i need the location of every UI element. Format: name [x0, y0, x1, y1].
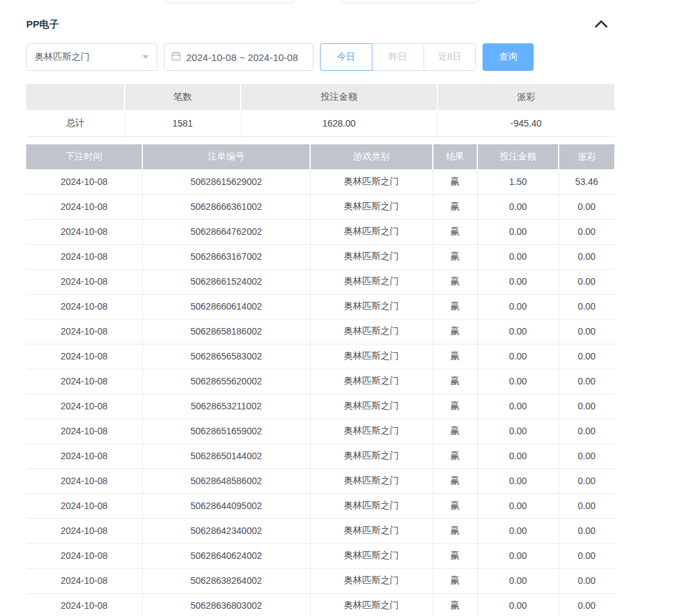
cell-game-category: 奥林匹斯之门	[310, 394, 433, 419]
cell-game-category: 奥林匹斯之门	[310, 593, 433, 616]
cell-bet-number: 50628644095002	[142, 493, 310, 518]
cell-result: 赢	[433, 319, 477, 344]
detail-header-row: 下注时间 注单编号 游戏类别 结果 投注金额 派彩	[26, 144, 614, 169]
cell-bet-number: 50628636803002	[142, 593, 310, 616]
cell-game-category: 奥林匹斯之门	[310, 294, 433, 319]
cell-result: 赢	[433, 493, 477, 518]
cell-game-category: 奥林匹斯之门	[310, 269, 433, 294]
cell-payout: 53.46	[559, 169, 614, 194]
cell-bet-number: 50628660614002	[142, 294, 310, 319]
table-row: 2024-10-0850628661524002奥林匹斯之门赢0.000.00	[26, 269, 614, 294]
cell-bet-time: 2024-10-08	[26, 244, 142, 269]
cell-bet-number: 50628661524002	[142, 269, 310, 294]
cell-result: 赢	[433, 543, 477, 568]
summary-header-count: 笔数	[125, 84, 241, 110]
game-select[interactable]: 奥林匹斯之门	[26, 43, 157, 71]
summary-total-count: 1581	[125, 110, 241, 136]
quick-range-button-近8日[interactable]: 近8日	[424, 43, 476, 71]
section-title: PP电子	[26, 18, 59, 31]
cell-result: 赢	[433, 394, 477, 419]
cell-game-category: 奥林匹斯之门	[310, 244, 433, 269]
cell-payout: 0.00	[559, 269, 614, 294]
cell-payout: 0.00	[559, 518, 614, 543]
cell-bet-amount: 0.00	[477, 269, 559, 294]
cell-bet-time: 2024-10-08	[26, 319, 142, 344]
header-bet-number: 注单编号	[142, 144, 310, 169]
cell-bet-amount: 0.00	[477, 593, 559, 616]
cell-bet-amount: 1.50	[477, 169, 559, 194]
cell-result: 赢	[433, 219, 477, 244]
cell-game-category: 奥林匹斯之门	[310, 344, 433, 369]
header-bet-time: 下注时间	[26, 144, 142, 169]
cell-game-category: 奥林匹斯之门	[310, 169, 433, 194]
cell-game-category: 奥林匹斯之门	[310, 219, 433, 244]
table-row: 2024-10-0850628656583002奥林匹斯之门赢0.000.00	[26, 344, 614, 369]
cell-payout: 0.00	[559, 568, 614, 593]
cell-bet-time: 2024-10-08	[26, 394, 142, 419]
table-row: 2024-10-0850628638264002奥林匹斯之门赢0.000.00	[26, 568, 614, 593]
cell-payout: 0.00	[559, 244, 614, 269]
cell-result: 赢	[433, 518, 477, 543]
cell-bet-amount: 0.00	[477, 543, 559, 568]
summary-header-bet-amount: 投注金额	[241, 84, 437, 110]
cell-payout: 0.00	[559, 219, 614, 244]
cell-payout: 0.00	[559, 543, 614, 568]
table-row: 2024-10-0850628666361002奥林匹斯之门赢0.000.00	[26, 194, 614, 219]
quick-range-button-昨日[interactable]: 昨日	[372, 43, 424, 71]
cell-payout: 0.00	[559, 419, 614, 443]
quick-range-button-今日[interactable]: 今日	[320, 43, 372, 71]
query-button[interactable]: 查询	[483, 43, 534, 71]
cell-payout: 0.00	[559, 344, 614, 369]
cell-bet-amount: 0.00	[477, 568, 559, 593]
cutoff-input-top-left[interactable]	[165, 0, 294, 3]
cell-bet-number: 50628656583002	[142, 344, 310, 369]
header-payout: 派彩	[559, 144, 614, 169]
cell-bet-time: 2024-10-08	[26, 294, 142, 319]
cutoff-input-top-right[interactable]	[341, 0, 479, 3]
cell-result: 赢	[433, 568, 477, 593]
cell-bet-amount: 0.00	[477, 394, 559, 419]
table-row: 2024-10-0850628651659002奥林匹斯之门赢0.000.00	[26, 419, 614, 443]
cell-result: 赢	[433, 169, 477, 194]
cell-bet-amount: 0.00	[477, 244, 559, 269]
header-result: 结果	[433, 144, 477, 169]
collapse-section-button[interactable]	[591, 17, 612, 31]
table-row: 2024-10-0850628664762002奥林匹斯之门赢0.000.00	[26, 219, 614, 244]
cell-bet-amount: 0.00	[477, 369, 559, 394]
cell-result: 赢	[433, 419, 477, 443]
cell-bet-number: 50628650144002	[142, 443, 310, 468]
header-game-category: 游戏类别	[310, 144, 433, 169]
cell-bet-number: 50628640624002	[142, 543, 310, 568]
cell-bet-amount: 0.00	[477, 219, 559, 244]
cell-result: 赢	[433, 443, 477, 468]
cell-bet-amount: 0.00	[477, 319, 559, 344]
cell-bet-number: 50628655620002	[142, 369, 310, 394]
cell-bet-time: 2024-10-08	[26, 518, 142, 543]
cell-bet-time: 2024-10-08	[26, 219, 142, 244]
cell-bet-time: 2024-10-08	[26, 568, 142, 593]
cell-bet-time: 2024-10-08	[26, 169, 142, 194]
cell-result: 赢	[433, 194, 477, 219]
calendar-icon	[171, 51, 181, 63]
cell-game-category: 奥林匹斯之门	[310, 543, 433, 568]
cell-payout: 0.00	[559, 194, 614, 219]
cell-result: 赢	[433, 294, 477, 319]
detail-table-body: 2024-10-0850628615629002奥林匹斯之门赢1.5053.46…	[26, 169, 614, 616]
cell-bet-number: 50628653211002	[142, 394, 310, 419]
cell-bet-number: 50628638264002	[142, 568, 310, 593]
table-row: 2024-10-0850628660614002奥林匹斯之门赢0.000.00	[26, 294, 614, 319]
cell-bet-time: 2024-10-08	[26, 269, 142, 294]
summary-header-row: 笔数 投注金额 派彩	[26, 84, 614, 110]
chevron-up-icon	[594, 20, 608, 30]
cell-payout: 0.00	[559, 294, 614, 319]
date-range-input[interactable]: 2024-10-08 ~ 2024-10-08	[164, 43, 313, 71]
cell-game-category: 奥林匹斯之门	[310, 493, 433, 518]
cell-bet-number: 50628615629002	[142, 169, 310, 194]
summary-table: 笔数 投注金额 派彩 总计 1581 1628.00 -945.40	[26, 84, 614, 137]
cell-bet-time: 2024-10-08	[26, 443, 142, 468]
cell-bet-number: 50628642340002	[142, 518, 310, 543]
header-bet-amount: 投注金额	[477, 144, 559, 169]
cell-payout: 0.00	[559, 443, 614, 468]
table-row: 2024-10-0850628653211002奥林匹斯之门赢0.000.00	[26, 394, 614, 419]
table-row: 2024-10-0850628650144002奥林匹斯之门赢0.000.00	[26, 443, 614, 468]
